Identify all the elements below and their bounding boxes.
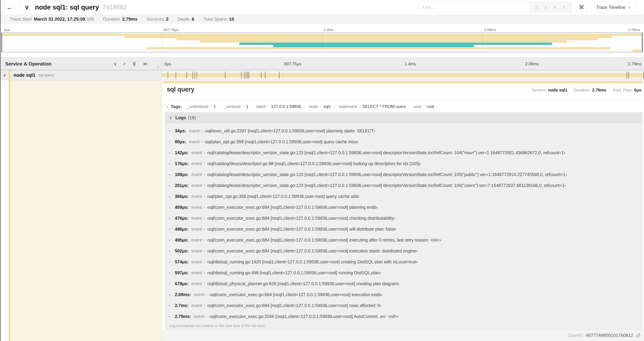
log-row[interactable]: › 2.79ms: event = ‹sql/conn_executor_exe… bbox=[165, 311, 642, 322]
column-divider[interactable] bbox=[162, 57, 162, 341]
log-row[interactable]: › 189μs: event = ‹sql/catalog/lease/desc… bbox=[165, 169, 642, 180]
log-marker-tick[interactable] bbox=[176, 72, 176, 79]
log-row[interactable]: › 574μs: event = ‹sql/distsql_running.go… bbox=[165, 256, 642, 267]
log-timestamp: 34μs: bbox=[175, 128, 186, 133]
log-field-value: ‹sql/distsql_physical_planner.go:828 [ns… bbox=[207, 281, 400, 286]
prev-result-button[interactable]: ∧ bbox=[544, 5, 548, 10]
column-resize-grip[interactable] bbox=[157, 65, 159, 69]
log-timestamp: 2.7ms: bbox=[175, 303, 188, 308]
ruler-tick-label: 0μs bbox=[2, 28, 12, 32]
view-dropdown[interactable]: Trace Timeline ∨ bbox=[591, 2, 635, 13]
log-marker-tick[interactable] bbox=[197, 72, 197, 79]
tag-item: client = 127.0.0.1:59936 bbox=[252, 104, 305, 109]
span-row-name-cell[interactable]: ∨ node sql1 sql query bbox=[0, 70, 162, 80]
collapse-title-button[interactable]: ∨ bbox=[24, 0, 29, 15]
tags-accordion[interactable]: › Tags: _unfinished = 1 _verbose = bbox=[164, 102, 642, 111]
log-marker-tick[interactable] bbox=[248, 72, 248, 79]
log-row[interactable]: › 678μs: event = ‹sql/distsql_physical_p… bbox=[165, 278, 642, 289]
span-duration-bar[interactable] bbox=[162, 73, 644, 77]
caret-down-icon: ∨ bbox=[628, 5, 631, 9]
timeline-gridline bbox=[524, 57, 524, 83]
tags-label: Tags: bbox=[171, 104, 182, 109]
minimap-left-scrubber[interactable] bbox=[2, 33, 2, 52]
duration-label: Duration: bbox=[574, 88, 591, 93]
chevron-right-icon: › bbox=[169, 183, 175, 188]
log-row[interactable]: › 597μs: event = ‹sql/distsql_running.go… bbox=[165, 267, 642, 278]
log-marker-tick[interactable] bbox=[246, 72, 246, 79]
log-field-value: ‹sql/catalog/lease/descriptor_version_st… bbox=[207, 150, 565, 155]
logs-accordion-header[interactable]: ∨ Logs (18) bbox=[165, 112, 642, 123]
link-icon[interactable] bbox=[636, 333, 641, 338]
log-marker-tick[interactable] bbox=[261, 72, 262, 79]
minimap-span-bar bbox=[200, 40, 567, 43]
ruler-tick-label: 1.4ms bbox=[322, 28, 335, 32]
log-row[interactable]: › 2.69ms: event = ‹sql/conn_executor_exe… bbox=[165, 289, 642, 300]
log-marker-tick[interactable] bbox=[265, 72, 266, 79]
collapse-controls: ∨ > ≫ ≫ bbox=[114, 57, 148, 70]
log-marker-tick[interactable] bbox=[241, 72, 242, 79]
span-collapse-button[interactable]: ∨ bbox=[3, 70, 6, 80]
ruler-tick-label: 697.75μs bbox=[162, 28, 180, 32]
log-marker-tick[interactable] bbox=[194, 72, 195, 79]
equals-sign: = bbox=[203, 238, 205, 242]
log-marker-tick[interactable] bbox=[192, 72, 193, 79]
tags-list: _unfinished = 1 _verbose = 1 client bbox=[183, 104, 438, 109]
ruler-tick-label: 1.4ms bbox=[403, 57, 418, 70]
log-marker-tick[interactable] bbox=[248, 72, 249, 79]
log-marker-tick[interactable] bbox=[627, 72, 627, 79]
tag-key: statement bbox=[339, 104, 357, 109]
log-row[interactable]: › 176μs: event = ‹sql/catalog/descs/desc… bbox=[165, 158, 642, 169]
locate-icon[interactable] bbox=[534, 5, 538, 9]
stat-value: 2.79ms bbox=[122, 17, 138, 22]
minimap-right-scrubber[interactable] bbox=[642, 33, 642, 52]
log-row[interactable]: › 495μs: event = ‹sql/conn_executor_exec… bbox=[165, 235, 642, 245]
back-button[interactable]: ← bbox=[0, 0, 20, 15]
ruler-tick-label: 0μs bbox=[162, 57, 173, 70]
log-field-value: ‹sql/catalog/descs/descriptor.go:98 [nsq… bbox=[207, 161, 421, 166]
next-result-button[interactable]: ∨ bbox=[553, 5, 556, 10]
collapse-one-button[interactable]: ∨ bbox=[114, 62, 117, 66]
equals-sign: = bbox=[320, 105, 322, 109]
log-field-value: ‹sql/conn_executor_exec.go:684 [nsql1,cl… bbox=[207, 238, 441, 243]
trace-stat: Duration 2.79ms bbox=[98, 17, 142, 22]
log-row[interactable]: › 80μs: event = ‹sql/plan_opt.go:358 [ns… bbox=[165, 136, 642, 147]
minimap-gridline bbox=[482, 33, 482, 52]
log-row[interactable]: › 476μs: event = ‹sql/conn_executor_exec… bbox=[165, 213, 642, 224]
start-time-label: Start Time: bbox=[613, 88, 633, 93]
timeline-minimap[interactable] bbox=[2, 33, 642, 52]
clear-find-button[interactable]: ✕ bbox=[562, 5, 566, 10]
log-marker-tick[interactable] bbox=[168, 72, 168, 79]
log-row[interactable]: › 502μs: event = ‹sql/conn_executor_exec… bbox=[165, 245, 642, 256]
log-marker-tick[interactable] bbox=[225, 72, 226, 79]
log-timestamp: 597μs: bbox=[175, 270, 188, 275]
log-marker-tick[interactable] bbox=[644, 72, 644, 79]
window-edge bbox=[0, 0, 0, 341]
expand-all-button[interactable]: ≫ bbox=[143, 62, 148, 66]
equals-sign: = bbox=[203, 151, 205, 155]
log-marker-tick[interactable] bbox=[244, 72, 244, 79]
log-row[interactable]: › 34μs: event = ‹sql/exec_util.go:2297 [… bbox=[165, 125, 642, 136]
log-marker-tick[interactable] bbox=[279, 72, 280, 79]
log-marker-tick[interactable] bbox=[186, 72, 187, 79]
log-timestamp: 486μs: bbox=[175, 227, 188, 232]
equals-sign: = bbox=[203, 227, 205, 231]
log-row[interactable]: › 201μs: event = ‹sql/catalog/lease/desc… bbox=[165, 180, 642, 191]
tag-item: user = root bbox=[410, 104, 438, 109]
log-row[interactable]: › 2.7ms: event = ‹sql/conn_executor_exec… bbox=[165, 300, 642, 311]
log-marker-tick[interactable] bbox=[628, 72, 629, 79]
log-row[interactable]: › 366μs: event = ‹sql/plan_opt.go:358 [n… bbox=[165, 191, 642, 202]
minimap-gridline bbox=[322, 33, 322, 52]
log-row[interactable]: › 459μs: event = ‹sql/conn_executor_exec… bbox=[165, 202, 642, 213]
find-input[interactable] bbox=[418, 2, 529, 13]
log-row[interactable]: › 486μs: event = ‹sql/conn_executor_exec… bbox=[165, 224, 642, 235]
minimap-span-bar bbox=[146, 47, 610, 49]
start-time-value: 0μs bbox=[634, 88, 641, 93]
view-dropdown-label: Trace Timeline bbox=[596, 5, 626, 10]
collapse-all-button[interactable]: ≫ bbox=[132, 62, 136, 66]
log-row[interactable]: › 142μs: event = ‹sql/catalog/lease/desc… bbox=[165, 147, 642, 158]
keyboard-shortcuts-button[interactable]: ⌘ bbox=[576, 2, 587, 13]
log-timestamp: 459μs: bbox=[175, 205, 188, 210]
expand-one-button[interactable]: > bbox=[123, 62, 126, 66]
log-field-key: event bbox=[191, 259, 202, 264]
tag-key: client bbox=[256, 104, 266, 109]
